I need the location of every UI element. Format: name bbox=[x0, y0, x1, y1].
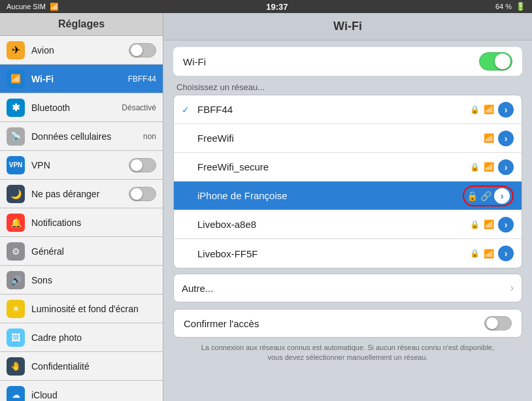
icloud-icon: ☁ bbox=[7, 386, 25, 402]
wifi-icon: 📶 bbox=[7, 70, 25, 88]
sidebar-item-sons[interactable]: 🔊 Sons bbox=[0, 266, 163, 295]
sidebar-item-avion[interactable]: ✈ Avion bbox=[0, 36, 163, 65]
sidebar-item-donnees[interactable]: 📡 Données cellulaires non bbox=[0, 122, 163, 151]
content-header: Wi-Fi bbox=[163, 13, 532, 40]
network-name-freewifi: FreeWifi bbox=[197, 133, 484, 144]
sons-label: Sons bbox=[31, 275, 156, 285]
lock-icon-freewifi-secure: 🔒 bbox=[470, 163, 480, 172]
donnees-label: Données cellulaires bbox=[31, 131, 143, 142]
avion-toggle[interactable] bbox=[129, 43, 156, 57]
network-icons-livebox-a8e8: 🔒 📶 › bbox=[470, 217, 514, 233]
vpn-icon: VPN bbox=[7, 156, 25, 174]
network-list: ✓ FBFF44 🔒 📶 › FreeWifi 📶 › bbox=[173, 95, 522, 268]
autre-label: Autre... bbox=[182, 283, 510, 294]
network-row-iphone-francoise[interactable]: iPhone de Françoise 🔒 🔗 › bbox=[174, 182, 522, 210]
detail-btn-freewifi-secure[interactable]: › bbox=[498, 159, 514, 175]
network-row-freewifi-secure[interactable]: FreeWifi_secure 🔒 📶 › bbox=[174, 153, 522, 182]
time-label: 19:37 bbox=[266, 2, 288, 12]
main-container: Réglages ✈ Avion 📶 Wi-Fi FBFF44 ✱ Blueto… bbox=[0, 13, 532, 401]
wifi-value: FBFF44 bbox=[128, 74, 156, 84]
sidebar-item-general[interactable]: ⚙ Général bbox=[0, 237, 163, 266]
notifications-label: Notifications bbox=[31, 217, 156, 228]
confidentialite-label: Confidentialité bbox=[31, 361, 156, 372]
wifi-section: Wi-Fi Choisissez un réseau... ✓ FBFF44 🔒… bbox=[173, 47, 522, 302]
status-bar: Aucune SIM 📶 19:37 64 % 🔋 bbox=[0, 0, 532, 13]
network-row-freewifi[interactable]: FreeWifi 📶 › bbox=[174, 124, 522, 153]
status-right: 64 % 🔋 bbox=[495, 2, 525, 11]
network-icons-iphone-francoise: 🔒 🔗 › bbox=[463, 185, 514, 206]
avion-toggle-thumb bbox=[131, 44, 142, 56]
general-label: Général bbox=[31, 246, 156, 257]
lock-icon-iphone: 🔒 bbox=[467, 191, 478, 201]
luminosite-label: Luminosité et fond d'écran bbox=[31, 304, 156, 314]
bluetooth-value: Désactivé bbox=[122, 103, 156, 112]
connected-checkmark: ✓ bbox=[182, 104, 192, 115]
detail-btn-freewifi[interactable]: › bbox=[498, 131, 514, 146]
detail-btn-fbff44[interactable]: › bbox=[498, 102, 514, 118]
network-name-freewifi-secure: FreeWifi_secure bbox=[197, 161, 470, 172]
battery-label: 64 % bbox=[495, 3, 512, 10]
autre-row[interactable]: Autre... › bbox=[173, 274, 522, 302]
wifi-label: Wi-Fi bbox=[31, 74, 128, 84]
signal-icon-freewifi-secure: 📶 bbox=[484, 162, 494, 172]
vpn-toggle-thumb bbox=[131, 159, 142, 171]
sidebar: Réglages ✈ Avion 📶 Wi-Fi FBFF44 ✱ Blueto… bbox=[0, 13, 163, 401]
confirm-section: Confirmer l'accès La connexion aux résea… bbox=[173, 309, 522, 368]
carrier-label: Aucune SIM bbox=[7, 3, 46, 10]
icloud-label: iCloud bbox=[31, 390, 156, 400]
lock-icon-livebox-a8e8: 🔒 bbox=[470, 220, 480, 229]
sidebar-item-confidentialite[interactable]: 🤚 Confidentialité bbox=[0, 352, 163, 381]
avion-icon: ✈ bbox=[7, 41, 25, 59]
vpn-toggle[interactable] bbox=[129, 158, 156, 172]
network-row-fbff44[interactable]: ✓ FBFF44 🔒 📶 › bbox=[174, 95, 522, 124]
network-row-livebox-a8e8[interactable]: Livebox-a8e8 🔒 📶 › bbox=[174, 210, 522, 239]
network-name-livebox-a8e8: Livebox-a8e8 bbox=[197, 219, 470, 230]
content-area: Wi-Fi Wi-Fi Choisissez un réseau... ✓ FB… bbox=[163, 13, 532, 401]
cadre-icon: 🖼 bbox=[7, 329, 25, 347]
signal-icon-livebox-ff5f: 📶 bbox=[484, 249, 494, 259]
status-left: Aucune SIM 📶 bbox=[7, 3, 59, 11]
hotspot-icon-iphone: 🔗 bbox=[480, 191, 491, 201]
general-icon: ⚙ bbox=[7, 242, 25, 261]
sons-icon: 🔊 bbox=[7, 271, 25, 289]
sidebar-item-bluetooth[interactable]: ✱ Bluetooth Désactivé bbox=[0, 93, 163, 122]
detail-btn-livebox-a8e8[interactable]: › bbox=[498, 217, 514, 233]
wifi-main-toggle[interactable] bbox=[479, 52, 512, 71]
confidentialite-icon: 🤚 bbox=[7, 357, 25, 376]
autre-chevron-icon: › bbox=[510, 282, 514, 294]
sidebar-header: Réglages bbox=[0, 13, 163, 36]
donnees-value: non bbox=[143, 132, 156, 141]
network-name-livebox-ff5f: Livebox-FF5F bbox=[197, 248, 470, 259]
network-icons-freewifi: 📶 › bbox=[484, 131, 514, 146]
battery-icon: 🔋 bbox=[516, 2, 525, 11]
detail-btn-livebox-ff5f[interactable]: › bbox=[498, 246, 514, 261]
sidebar-item-wifi[interactable]: 📶 Wi-Fi FBFF44 bbox=[0, 65, 163, 93]
choose-network-label: Choisissez un réseau... bbox=[176, 82, 522, 92]
cadre-label: Cadre photo bbox=[31, 332, 156, 343]
network-row-livebox-ff5f[interactable]: Livebox-FF5F 🔒 📶 › bbox=[174, 239, 522, 268]
sidebar-item-icloud[interactable]: ☁ iCloud bbox=[0, 381, 163, 401]
sidebar-item-notifications[interactable]: 🔔 Notifications bbox=[0, 208, 163, 237]
donnees-icon: 📡 bbox=[7, 127, 25, 146]
dnd-toggle-thumb bbox=[131, 188, 142, 200]
lock-icon-livebox-ff5f: 🔒 bbox=[470, 249, 480, 258]
bluetooth-label: Bluetooth bbox=[31, 103, 122, 113]
dnd-label: Ne pas déranger bbox=[31, 189, 129, 199]
network-icons-freewifi-secure: 🔒 📶 › bbox=[470, 159, 514, 175]
bluetooth-icon: ✱ bbox=[7, 99, 25, 117]
sidebar-item-luminosite[interactable]: ☀ Luminosité et fond d'écran bbox=[0, 295, 163, 323]
network-icons-livebox-ff5f: 🔒 📶 › bbox=[470, 246, 514, 261]
confirm-toggle[interactable] bbox=[484, 316, 512, 330]
sidebar-item-vpn[interactable]: VPN VPN bbox=[0, 151, 163, 180]
detail-btn-iphone[interactable]: › bbox=[494, 188, 510, 204]
dnd-icon: 🌙 bbox=[7, 185, 25, 203]
signal-icon-freewifi: 📶 bbox=[484, 133, 494, 143]
dnd-toggle[interactable] bbox=[129, 187, 156, 201]
network-icons-fbff44: 🔒 📶 › bbox=[470, 102, 514, 118]
sidebar-item-dnd[interactable]: 🌙 Ne pas déranger bbox=[0, 180, 163, 208]
signal-icon-fbff44: 📶 bbox=[484, 104, 494, 114]
network-name-iphone-francoise: iPhone de Françoise bbox=[197, 190, 463, 201]
wifi-toggle-row: Wi-Fi bbox=[173, 47, 522, 76]
sidebar-item-cadre[interactable]: 🖼 Cadre photo bbox=[0, 323, 163, 352]
wifi-toggle-label: Wi-Fi bbox=[183, 56, 206, 67]
